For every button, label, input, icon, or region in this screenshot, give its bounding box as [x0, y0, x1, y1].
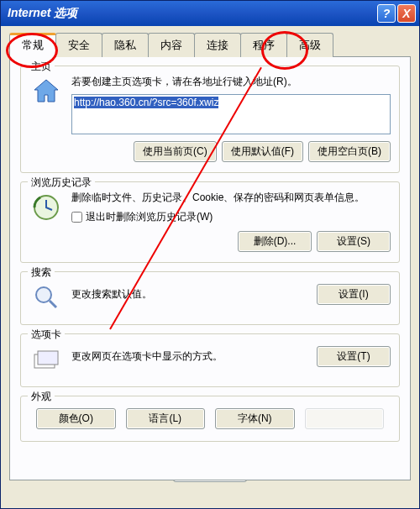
group-homepage: 主页 若要创建主页选项卡，请在各地址行键入地址(R)。 http://hao.3… [20, 66, 400, 173]
group-appearance: 外观 颜色(O) 语言(L) 字体(N) [20, 396, 400, 442]
group-title-homepage: 主页 [28, 60, 55, 74]
close-button[interactable]: X [397, 4, 416, 23]
tabs-settings-button[interactable]: 设置(T) [317, 346, 391, 367]
accessibility-button[interactable] [305, 408, 385, 429]
language-button[interactable]: 语言(L) [126, 408, 206, 429]
history-delete-button[interactable]: 删除(D)... [238, 231, 312, 252]
group-title-search: 搜索 [28, 265, 55, 280]
tab-advanced[interactable]: 高级 [286, 33, 333, 57]
font-button[interactable]: 字体(N) [215, 408, 295, 429]
delete-on-exit-input[interactable] [71, 212, 82, 223]
use-default-button[interactable]: 使用默认值(F) [222, 141, 303, 162]
titlebar: Internet 选项 ? X [1, 1, 419, 26]
tab-programs[interactable]: 程序 [240, 33, 287, 57]
svg-point-1 [36, 287, 51, 302]
tabs-icon [29, 343, 63, 376]
group-search: 搜索 更改搜索默认值。 设置(I) [20, 271, 400, 325]
history-icon [29, 191, 63, 224]
history-desc: 删除临时文件、历史记录、Cookie、保存的密码和网页表单信息。 [71, 191, 391, 205]
color-button[interactable]: 颜色(O) [36, 408, 116, 429]
tab-general[interactable]: 常规 [9, 33, 56, 57]
tab-connections[interactable]: 连接 [194, 33, 241, 57]
use-blank-button[interactable]: 使用空白页(B) [308, 141, 391, 162]
group-tabs: 选项卡 更改网页在选项卡中显示的方式。 设置(T) [20, 333, 400, 387]
delete-on-exit-checkbox[interactable]: 退出时删除浏览历史记录(W) [71, 210, 391, 224]
tab-strip: 常规 安全 隐私 内容 连接 程序 高级 [9, 33, 411, 57]
delete-on-exit-label: 退出时删除浏览历史记录(W) [86, 210, 213, 224]
tab-privacy[interactable]: 隐私 [102, 33, 149, 57]
home-icon [29, 75, 63, 108]
homepage-url-input[interactable]: http://hao.360.cn/?src=360f.xwiz [71, 94, 391, 134]
use-current-button[interactable]: 使用当前页(C) [134, 141, 217, 162]
group-title-appearance: 外观 [28, 390, 55, 404]
window-title: Internet 选项 [8, 6, 375, 21]
group-history: 浏览历史记录 删除临时文件、历史记录、Cookie、保存的密码和网页表单信息。 … [20, 181, 400, 263]
svg-rect-3 [38, 351, 58, 365]
tab-panel-general: 主页 若要创建主页选项卡，请在各地址行键入地址(R)。 http://hao.3… [9, 56, 411, 480]
help-button[interactable]: ? [377, 4, 396, 23]
group-title-tabs: 选项卡 [28, 328, 65, 342]
tabs-desc: 更改网页在选项卡中显示的方式。 [71, 349, 223, 364]
search-settings-button[interactable]: 设置(I) [317, 284, 391, 305]
history-settings-button[interactable]: 设置(S) [317, 231, 391, 252]
internet-options-dialog: Internet 选项 ? X 常规 安全 隐私 内容 连接 程序 高级 主页 [0, 0, 420, 509]
group-title-history: 浏览历史记录 [28, 176, 95, 190]
homepage-desc: 若要创建主页选项卡，请在各地址行键入地址(R)。 [71, 75, 391, 89]
search-icon [29, 281, 63, 314]
search-desc: 更改搜索默认值。 [71, 287, 152, 302]
tab-content[interactable]: 内容 [148, 33, 195, 57]
tab-security[interactable]: 安全 [55, 33, 102, 57]
